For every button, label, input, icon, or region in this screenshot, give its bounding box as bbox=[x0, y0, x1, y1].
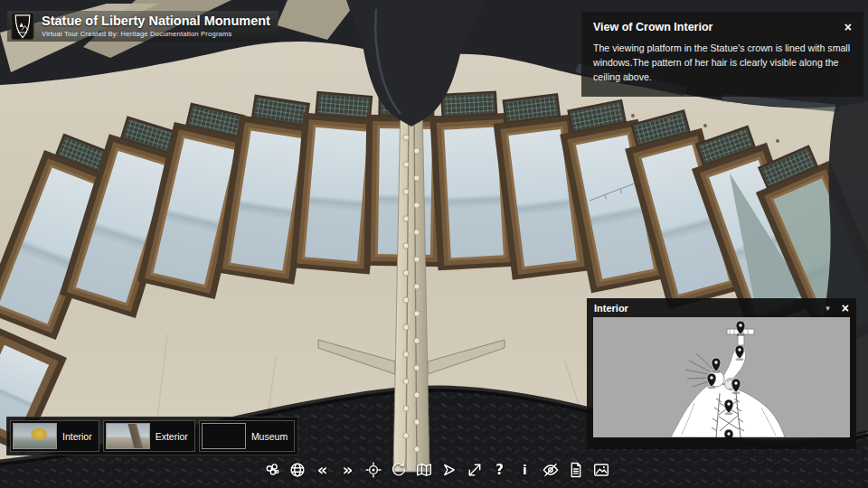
toolbar-button-hide-hotspots[interactable] bbox=[541, 459, 560, 481]
hotspots-icon bbox=[364, 461, 382, 479]
nps-arrowhead-logo bbox=[11, 12, 34, 41]
scene-item-museum[interactable]: Museum bbox=[199, 420, 295, 452]
scene-label: Museum bbox=[251, 431, 288, 442]
tour-subtitle: Virtual Tour Created By: Heritage Docume… bbox=[42, 30, 270, 38]
virtual-tour-app: Statue of Liberty National Monument Virt… bbox=[0, 0, 868, 488]
toolbar-button-help[interactable]: ? bbox=[490, 459, 509, 481]
map-pin-crown-top[interactable] bbox=[712, 358, 721, 373]
scene-item-interior[interactable]: Interior bbox=[10, 420, 99, 452]
map-pin-hair-bun[interactable] bbox=[731, 379, 741, 394]
autorotate-icon bbox=[390, 461, 408, 479]
toolbar-button-previous[interactable]: « bbox=[313, 459, 332, 481]
toolbar-button-fullscreen[interactable] bbox=[465, 459, 484, 481]
map-pin-chest[interactable] bbox=[724, 399, 733, 415]
scene-item-exterior[interactable]: Exterior bbox=[103, 420, 195, 452]
statue-cross-section-map bbox=[593, 317, 850, 437]
toolbar-button-next[interactable]: » bbox=[338, 459, 357, 481]
control-toolbar: «»?i bbox=[262, 459, 610, 481]
map-pin-face[interactable] bbox=[707, 373, 716, 389]
exterior-thumbnail bbox=[106, 423, 150, 449]
globe-icon bbox=[288, 461, 307, 479]
map-icon bbox=[415, 461, 433, 479]
previous-icon: « bbox=[317, 462, 328, 478]
interior-thumbnail bbox=[13, 423, 57, 449]
map-pin-arm[interactable] bbox=[735, 345, 744, 361]
minimap-close-icon[interactable]: × bbox=[842, 302, 849, 314]
info-icon: i bbox=[523, 464, 527, 476]
scene-menu: InteriorExteriorMuseum bbox=[6, 417, 298, 455]
help-icon: ? bbox=[495, 464, 504, 477]
map-pin-base[interactable] bbox=[724, 429, 733, 437]
notes-icon bbox=[567, 461, 585, 479]
toolbar-button-info[interactable]: i bbox=[515, 459, 534, 481]
tour-title: Statue of Liberty National Monument bbox=[42, 14, 270, 28]
toolbar-button-arrow[interactable] bbox=[439, 459, 458, 481]
toolbar-button-hotspots[interactable] bbox=[363, 459, 382, 481]
toolbar-button-projection[interactable] bbox=[262, 459, 281, 481]
minimap-header: Interior ▾ × bbox=[587, 298, 856, 317]
toolbar-button-gallery[interactable] bbox=[591, 459, 610, 481]
museum-thumbnail bbox=[202, 423, 246, 449]
fullscreen-icon bbox=[466, 461, 484, 479]
info-panel-body: The viewing platform in the Statue's cro… bbox=[593, 42, 852, 85]
info-close-icon[interactable]: × bbox=[844, 21, 852, 33]
hotspot-info-panel: View of Crown Interior × The viewing pla… bbox=[581, 12, 863, 97]
gallery-icon bbox=[592, 461, 610, 479]
toolbar-button-map[interactable] bbox=[414, 459, 433, 481]
scene-label: Exterior bbox=[156, 431, 188, 442]
toolbar-button-globe[interactable] bbox=[288, 459, 307, 481]
header-text: Statue of Liberty National Monument Virt… bbox=[42, 14, 270, 38]
minimap-title: Interior bbox=[594, 303, 814, 314]
scene-label: Interior bbox=[62, 431, 92, 442]
projection-icon bbox=[263, 461, 281, 479]
next-icon: » bbox=[343, 462, 354, 478]
minimap-collapse-icon[interactable]: ▾ bbox=[826, 304, 830, 313]
arrow-icon bbox=[440, 461, 458, 479]
minimap-panel: Interior ▾ × bbox=[587, 298, 856, 449]
map-pin-torch[interactable] bbox=[736, 321, 745, 336]
hide-hotspots-icon bbox=[542, 461, 560, 479]
tour-header: Statue of Liberty National Monument Virt… bbox=[7, 11, 278, 42]
info-panel-title: View of Crown Interior bbox=[593, 21, 712, 33]
toolbar-button-autorotate[interactable] bbox=[389, 459, 408, 481]
minimap-body[interactable] bbox=[593, 317, 850, 437]
toolbar-button-notes[interactable] bbox=[566, 459, 585, 481]
